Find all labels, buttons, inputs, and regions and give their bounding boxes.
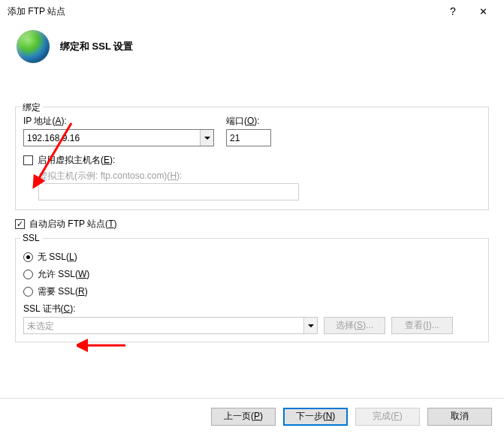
- binding-legend: 绑定: [20, 101, 43, 114]
- port-label: 端口(O):: [226, 115, 271, 128]
- titlebar: 添加 FTP 站点 ? ✕: [0, 0, 504, 23]
- prev-button[interactable]: 上一页(P): [211, 408, 276, 426]
- globe-icon: [17, 30, 50, 63]
- view-cert-button: 查看(I)...: [391, 317, 453, 334]
- ssl-legend: SSL: [20, 233, 42, 243]
- select-cert-button: 选择(S)...: [324, 317, 385, 334]
- ssl-fieldset: SSL 无 SSL(L) 允许 SSL(W) 需要 SSL(R) SSL 证书(…: [15, 238, 489, 342]
- close-button[interactable]: ✕: [468, 1, 498, 22]
- chevron-down-icon: [308, 324, 314, 327]
- require-ssl-radio[interactable]: [23, 287, 33, 297]
- next-button[interactable]: 下一步(N): [283, 408, 348, 426]
- enable-vhost-checkbox[interactable]: [23, 155, 33, 165]
- finish-button: 完成(F): [355, 408, 420, 426]
- ip-address-input[interactable]: [24, 130, 200, 146]
- window-title: 添加 FTP 站点: [8, 5, 438, 18]
- help-button[interactable]: ?: [438, 1, 468, 22]
- ip-address-label: IP 地址(A):: [23, 115, 214, 128]
- wizard-footer: 上一页(P) 下一步(N) 完成(F) 取消: [0, 398, 504, 434]
- page-title: 绑定和 SSL 设置: [60, 40, 133, 53]
- require-ssl-label: 需要 SSL(R): [38, 285, 88, 298]
- no-ssl-radio[interactable]: [23, 252, 33, 262]
- allow-ssl-label: 允许 SSL(W): [38, 268, 89, 281]
- chevron-down-icon: [204, 137, 210, 140]
- cert-dropdown-button[interactable]: [303, 318, 317, 333]
- ssl-cert-label: SSL 证书(C):: [23, 303, 76, 314]
- no-ssl-label: 无 SSL(L): [38, 251, 77, 264]
- cancel-button[interactable]: 取消: [427, 408, 492, 426]
- allow-ssl-radio[interactable]: [23, 270, 33, 279]
- vhost-input: [38, 183, 299, 200]
- autostart-label: 自动启动 FTP 站点(T): [29, 218, 116, 231]
- vhost-hint-label: 虚拟主机(示例: ftp.contoso.com)(H):: [38, 170, 481, 182]
- dialog-header: 绑定和 SSL 设置: [0, 23, 504, 66]
- binding-fieldset: 绑定 IP 地址(A): 端口(O): 启用虚拟主机名(E): 虚拟主机(示例:…: [15, 107, 489, 210]
- autostart-checkbox[interactable]: [15, 219, 25, 229]
- ssl-cert-dropdown[interactable]: 未选定: [23, 317, 318, 334]
- port-input[interactable]: [226, 129, 271, 146]
- ssl-cert-value: 未选定: [24, 318, 303, 333]
- enable-vhost-label: 启用虚拟主机名(E):: [38, 154, 115, 167]
- ip-dropdown-button[interactable]: [200, 130, 213, 146]
- ip-address-dropdown[interactable]: [23, 129, 214, 146]
